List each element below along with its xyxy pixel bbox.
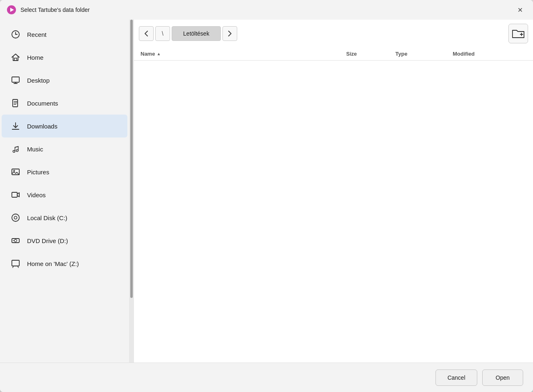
open-button[interactable]: Open xyxy=(482,369,523,386)
right-panel: \ Letöltések xyxy=(134,20,533,363)
app-logo-icon xyxy=(7,5,16,15)
sidebar-item-local-disk[interactable]: Local Disk (C:) xyxy=(2,206,127,229)
disk-icon xyxy=(10,212,21,223)
toolbar: \ Letöltések xyxy=(134,20,533,47)
sidebar-item-downloads[interactable]: Downloads xyxy=(2,115,127,137)
dialog-title: Select Tartube's data folder xyxy=(20,7,513,13)
sidebar: Recent Home xyxy=(0,20,129,363)
sidebar-item-recent[interactable]: Recent xyxy=(2,23,127,46)
svg-point-22 xyxy=(14,239,17,242)
svg-rect-24 xyxy=(12,260,19,266)
close-button[interactable]: ✕ xyxy=(513,3,526,16)
sidebar-item-videos[interactable]: Videos xyxy=(2,183,127,206)
sidebar-item-home-mac[interactable]: Home on 'Mac' (Z:) xyxy=(2,252,127,275)
videos-icon xyxy=(10,189,21,201)
sidebar-label-dvd-drive: DVD Drive (D:) xyxy=(27,237,68,244)
sidebar-label-home-mac: Home on 'Mac' (Z:) xyxy=(27,260,79,267)
back-button[interactable] xyxy=(139,26,154,41)
svg-point-20 xyxy=(14,216,17,219)
file-list-container xyxy=(134,61,533,363)
network-icon xyxy=(10,258,21,269)
svg-rect-18 xyxy=(12,192,17,197)
sidebar-item-desktop[interactable]: Desktop xyxy=(2,69,127,92)
sidebar-item-documents[interactable]: Documents xyxy=(2,92,127,115)
sidebar-label-recent: Recent xyxy=(27,31,47,38)
sidebar-item-home[interactable]: Home xyxy=(2,46,127,69)
music-icon xyxy=(10,143,21,155)
col-type-header[interactable]: Type xyxy=(395,51,453,57)
sidebar-item-dvd-drive[interactable]: DVD Drive (D:) xyxy=(2,229,127,252)
dialog-window: Select Tartube's data folder ✕ Recent xyxy=(0,0,533,392)
sidebar-label-downloads: Downloads xyxy=(27,123,57,130)
svg-point-19 xyxy=(12,214,19,221)
home-icon xyxy=(10,52,21,63)
new-folder-button[interactable] xyxy=(508,24,528,43)
col-size-header[interactable]: Size xyxy=(346,51,395,57)
file-list xyxy=(134,61,533,64)
sidebar-scrollbar-track xyxy=(129,20,134,363)
documents-icon xyxy=(10,97,21,109)
svg-point-17 xyxy=(14,170,15,171)
desktop-icon xyxy=(10,74,21,86)
sidebar-label-local-disk: Local Disk (C:) xyxy=(27,214,67,221)
col-modified-header[interactable]: Modified xyxy=(453,51,526,57)
sidebar-item-pictures[interactable]: Pictures xyxy=(2,160,127,183)
sort-arrow: ▲ xyxy=(156,52,161,56)
col-name-header[interactable]: Name ▲ xyxy=(141,51,346,57)
sidebar-label-documents: Documents xyxy=(27,100,58,107)
sidebar-label-music: Music xyxy=(27,146,43,153)
sidebar-scrollbar-thumb xyxy=(130,20,133,298)
dialog-body: Recent Home xyxy=(0,20,533,363)
path-separator: \ xyxy=(155,26,170,41)
bottom-bar: Cancel Open xyxy=(0,363,533,392)
sidebar-label-pictures: Pictures xyxy=(27,169,49,176)
sidebar-label-videos: Videos xyxy=(27,191,46,198)
sidebar-label-home: Home xyxy=(27,54,43,61)
sidebar-label-desktop: Desktop xyxy=(27,77,50,84)
current-folder-button[interactable]: Letöltések xyxy=(172,26,221,41)
column-headers: Name ▲ Size Type Modified xyxy=(134,47,533,61)
cancel-button[interactable]: Cancel xyxy=(435,369,477,386)
title-bar: Select Tartube's data folder ✕ xyxy=(0,0,533,20)
sidebar-item-music[interactable]: Music xyxy=(2,137,127,160)
dvd-icon xyxy=(10,235,21,246)
downloads-icon xyxy=(10,120,21,132)
pictures-icon xyxy=(10,166,21,178)
svg-line-15 xyxy=(15,146,18,147)
svg-rect-4 xyxy=(12,77,19,82)
recent-icon xyxy=(10,29,21,40)
forward-button[interactable] xyxy=(222,26,237,41)
